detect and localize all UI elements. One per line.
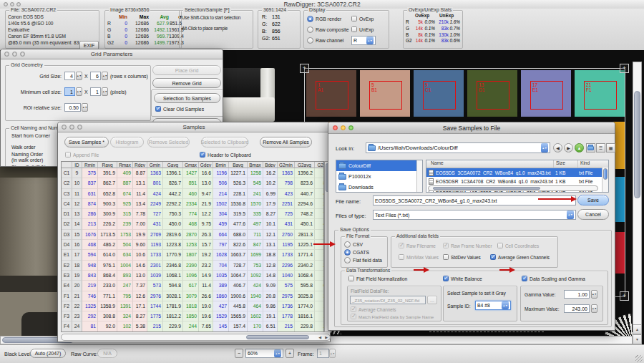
samples-button-histogram[interactable]: Histogram	[110, 137, 144, 147]
checkbox-ovexp[interactable]: OvExp	[351, 16, 374, 21]
append-file-checkbox[interactable]: Append File	[65, 152, 99, 158]
file-list-item[interactable]: EOS5DSR_1C3A4708_CR2_WBon84_g1.0_max243.…	[426, 177, 608, 185]
column-header[interactable]: Gmin	[147, 162, 163, 168]
white-balance-checkbox[interactable]: White Balance	[443, 276, 482, 281]
column-header[interactable]: Bdev	[263, 162, 278, 168]
column-header[interactable]: Ravg	[98, 162, 117, 168]
scrollbar-thumb[interactable]	[634, 91, 640, 198]
table-row[interactable]: E117594614.063410.617331770.9180719.2162…	[62, 250, 323, 260]
header-to-clipboard-checkbox[interactable]: Header to Clipboard	[200, 152, 251, 158]
checkbox-unexp[interactable]: UnExp	[351, 26, 374, 32]
file-name-input[interactable]: EOS5DS_3CSA0072_CR2_WBon84_g1.0_max243.t…	[373, 195, 576, 205]
table-row[interactable]: D113286300.93157.78727750.377412.2304319…	[62, 209, 323, 219]
black-level-button[interactable]: Auto (2047)	[30, 349, 66, 358]
scrollbar-thumb[interactable]	[246, 335, 309, 339]
grid-rows-field[interactable]: 4	[64, 72, 75, 80]
flatfield-file-field[interactable]: _Z35_rotation/Df_Z35_02_NEF.ffd	[350, 296, 426, 304]
roi-size-field[interactable]: 0.50	[64, 103, 81, 112]
column-header[interactable]: Rdev	[133, 162, 147, 168]
min-cell-width-field[interactable]: 1	[64, 87, 75, 96]
match-flatfield-checkbox[interactable]: Match FlatField data by Sample Name	[351, 314, 434, 319]
grid-cols-stepper[interactable]: ▲▼	[102, 72, 108, 80]
dialog-titlebar[interactable]: Save Samples to File	[328, 122, 615, 134]
table-row[interactable]: C210837862.788713.1801826.785113.0506526…	[62, 178, 323, 188]
roi-size-stepper[interactable]: ▲▼	[82, 103, 88, 112]
data-scaling-checkbox[interactable]: Data Scaling and Gamma	[522, 276, 585, 281]
column-header[interactable]: Bmin	[213, 162, 229, 168]
table-row[interactable]: D214213226.22397.00431450.04689.75459477…	[62, 219, 323, 229]
table-row[interactable]: C19375391.94098.8713631396.1142716.61196…	[62, 168, 323, 178]
detail-view-button[interactable]: ▦	[606, 143, 615, 153]
checkbox-min-max-values[interactable]: Min/Max Values	[399, 254, 439, 260]
table-row[interactable]: F22213251358.9139117.117441781.9181819.0…	[62, 301, 323, 311]
column-header[interactable]: Bavg	[229, 162, 248, 168]
browse-button[interactable]: ...	[427, 296, 437, 304]
gamma-stepper[interactable]: ▲▼	[591, 290, 597, 299]
checkbox-cell-coordinates[interactable]: Cell Coordinates	[497, 243, 539, 248]
column-header[interactable]: ID	[72, 162, 82, 168]
sample-id-select[interactable]: B4 #8 ▲▼	[475, 301, 511, 310]
scrollbar-thumb[interactable]	[433, 187, 540, 190]
table-row[interactable]: F4248192.01025.38215229.92447.65145157.4…	[62, 321, 323, 331]
maximum-value-field[interactable]: 243.00	[564, 304, 590, 313]
column-header[interactable]: Gdev	[199, 162, 213, 168]
radio-cgats[interactable]: CGATS	[344, 249, 369, 256]
cancel-button[interactable]: Cancel	[577, 209, 609, 220]
place-grid-button[interactable]: Place Grid	[152, 65, 221, 75]
samples-titlebar[interactable]: Samples	[58, 122, 330, 132]
checkbox-raw-frame-number[interactable]: Raw Frame Number	[443, 243, 492, 248]
frame-stepper[interactable]: ▲▼	[329, 349, 336, 358]
zoom-out-button[interactable]: −	[235, 349, 243, 358]
samples-button-remove-all-samples[interactable]: Remove All Samples	[260, 137, 312, 147]
column-header[interactable]: G2avg	[295, 162, 315, 168]
column-header[interactable]: Gavg	[163, 162, 183, 168]
clear-old-samples-checkbox[interactable]: Clear Old Samples	[155, 106, 204, 112]
checkbox-average-green-channels[interactable]: Average Green Channels	[490, 254, 550, 260]
table-row[interactable]: C412874900.392513.422492292.2233421.9150…	[62, 199, 323, 209]
column-header[interactable]	[62, 162, 72, 168]
column-header[interactable]: G2min	[278, 162, 295, 168]
min-cell-height-stepper[interactable]: ▲▼	[102, 87, 108, 96]
look-in-combo[interactable]: /Users/iliah/Downloads/ColourDiff ▲▼	[366, 142, 550, 153]
sidebar-item-colourdiff[interactable]: ColourDiff	[336, 160, 422, 171]
save-button[interactable]: Save	[577, 195, 609, 205]
zoom-in-button[interactable]: +	[286, 349, 294, 358]
selection-handle-topleft[interactable]: +	[300, 64, 309, 73]
selection-handle-topright[interactable]: +	[620, 64, 629, 73]
maximum-value-stepper[interactable]: ▲▼	[591, 304, 597, 313]
samples-button-selected-to-clipboard[interactable]: Selected to Clipboard	[201, 137, 248, 147]
radio-csv[interactable]: CSV	[344, 241, 363, 248]
file-list-vertical-scrollbar[interactable]	[602, 168, 608, 192]
file-list-header[interactable]: Name Size Kind	[426, 160, 608, 168]
flat-field-normalization-checkbox[interactable]: Flat Field Normalization	[348, 276, 407, 281]
column-header[interactable]: Bmax	[248, 162, 263, 168]
new-folder-button[interactable]	[586, 143, 595, 153]
scroll-up-arrow[interactable]: ▲	[633, 324, 642, 334]
table-row[interactable]: E420219233.02477.37573594.861711.4389406…	[62, 281, 323, 291]
sidebar-item-downloads[interactable]: Downloads	[336, 182, 422, 193]
column-header[interactable]: G2m	[315, 162, 324, 168]
table-row[interactable]: D31516761713.5175319.927692819.6287026.3…	[62, 230, 323, 240]
back-button[interactable]: ◀	[553, 143, 562, 153]
radio-flat-field-data[interactable]: Flat field data	[344, 257, 382, 263]
table-row[interactable]: E319843868.489313.010391068.1109614.9103…	[62, 271, 323, 281]
table-row[interactable]: C311631652.867411.4424442.24609.47214228…	[62, 189, 323, 199]
raw-channel-select[interactable]: R ▲▼	[351, 36, 376, 45]
file-list-item[interactable]: EOS5DS_3CSA0072_CR2_WBon84_g1.0_max243.t…	[426, 168, 608, 177]
frame-field[interactable]: 1	[317, 349, 329, 358]
min-cell-height-field[interactable]: 1	[90, 87, 101, 96]
scrollbar-thumb[interactable]	[603, 168, 608, 180]
table-row[interactable]: E218948976.1100414.623012346.8239023.270…	[62, 261, 323, 271]
column-header[interactable]: Rmax	[117, 162, 133, 168]
remove-grid-button[interactable]: Remove Grid	[152, 78, 221, 88]
selection-handle-bottomright[interactable]: +	[620, 291, 629, 301]
radio-rgb-render[interactable]: RGB render	[307, 16, 341, 22]
table-row[interactable]: F323292308.83248.2717751812.2185019.6152…	[62, 311, 323, 321]
column-header[interactable]: Gmax	[183, 162, 199, 168]
radio-raw-composite[interactable]: Raw composite	[307, 26, 348, 33]
samples-button-save-samples[interactable]: Save Samples *	[64, 137, 109, 147]
average-channels-checkbox[interactable]: Average Channels	[351, 306, 396, 312]
places-sidebar[interactable]: ColourDiffP100012xDownloads	[336, 160, 423, 193]
table-row[interactable]: D416468486.25049.6011931223.8125315.7797…	[62, 240, 323, 250]
grid-rows-stepper[interactable]: ▲▼	[76, 72, 82, 80]
